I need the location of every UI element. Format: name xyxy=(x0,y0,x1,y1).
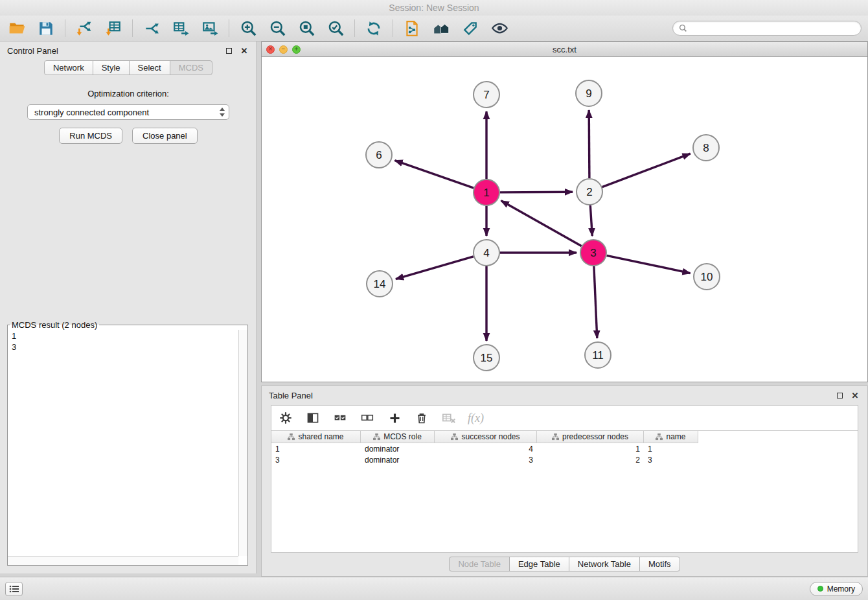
tab-network-table[interactable]: Network Table xyxy=(569,557,640,571)
result-vertical-scrollbar[interactable] xyxy=(238,330,247,556)
table-settings-button[interactable] xyxy=(277,410,294,426)
tab-style[interactable]: Style xyxy=(93,60,130,75)
result-horizontal-scrollbar[interactable] xyxy=(8,556,238,565)
graph-node-11[interactable]: 11 xyxy=(585,342,611,368)
table-cell[interactable]: 1 xyxy=(271,444,361,454)
table-cell[interactable]: dominator xyxy=(361,456,435,465)
mcds-result-inner: 13 xyxy=(8,330,247,565)
task-history-button[interactable] xyxy=(5,582,23,596)
zoom-selected-button[interactable] xyxy=(325,18,346,39)
mcds-result-line: 1 xyxy=(12,330,234,341)
split-view-button[interactable] xyxy=(304,410,321,426)
graph-edge-1-2[interactable] xyxy=(500,192,573,192)
select-all-button[interactable] xyxy=(332,410,348,426)
run-mcds-button[interactable]: Run MCDS xyxy=(59,128,122,144)
add-column-button[interactable] xyxy=(386,410,403,426)
export-image-button[interactable] xyxy=(200,18,220,39)
export-network-icon xyxy=(143,20,160,37)
node-table-container: f(x) shared nameMCDS rolesuccessor nodes… xyxy=(271,405,858,553)
network-canvas[interactable]: 7968124314101511 xyxy=(262,57,867,382)
column-header-shared-name[interactable]: shared name xyxy=(271,431,361,443)
close-panel-button[interactable]: ✕ xyxy=(239,45,249,56)
table-cell[interactable]: 1 xyxy=(537,444,644,454)
main-toolbar xyxy=(0,16,868,41)
table-cell[interactable]: 3 xyxy=(435,456,537,465)
close-icon: ✕ xyxy=(852,391,859,400)
graph-edge-3-10[interactable] xyxy=(607,255,691,273)
tab-node-table[interactable]: Node Table xyxy=(449,557,510,571)
import-table-button[interactable] xyxy=(103,18,124,39)
tab-select[interactable]: Select xyxy=(129,60,170,75)
table-float-button[interactable] xyxy=(834,390,845,400)
export-table-button[interactable] xyxy=(170,18,191,39)
graph-node-9[interactable]: 9 xyxy=(576,80,602,106)
first-neighbors-button[interactable] xyxy=(431,18,451,39)
graph-edge-3-1[interactable] xyxy=(501,201,582,246)
graph-edge-4-14[interactable] xyxy=(396,257,474,279)
column-header-label: MCDS role xyxy=(383,432,422,441)
column-header-label: successor nodes xyxy=(461,432,520,441)
graph-node-2[interactable]: 2 xyxy=(577,179,602,205)
control-panel-tabs: NetworkStyleSelectMCDS xyxy=(0,60,257,75)
table-body: 1dominator4113dominator323 xyxy=(271,443,858,465)
column-header-name[interactable]: name xyxy=(644,431,698,443)
mcds-result-list[interactable]: 13 xyxy=(8,330,238,556)
copy-network-button[interactable] xyxy=(402,18,422,39)
open-session-button[interactable] xyxy=(6,18,27,39)
table-cell[interactable]: dominator xyxy=(361,444,435,454)
window-title: Session: New Session xyxy=(0,0,868,16)
close-panel-button-2[interactable]: Close panel xyxy=(132,128,198,144)
table-cell[interactable]: 4 xyxy=(435,444,537,454)
table-cell[interactable]: 3 xyxy=(644,456,698,465)
graph-edge-2-8[interactable] xyxy=(602,154,691,187)
graph-node-14[interactable]: 14 xyxy=(367,271,393,297)
graph-node-4[interactable]: 4 xyxy=(474,240,499,266)
graph-edge-2-3[interactable] xyxy=(590,205,592,236)
dropdown-value: strongly connected component xyxy=(34,108,219,117)
table-row[interactable]: 1dominator411 xyxy=(271,443,858,454)
mcds-result-title: MCDS result (2 nodes) xyxy=(10,320,99,330)
zoom-in-button[interactable] xyxy=(238,18,258,39)
graph-node-10[interactable]: 10 xyxy=(694,264,720,290)
toolbar-separator xyxy=(393,19,393,37)
graph-node-6[interactable]: 6 xyxy=(366,142,392,168)
tab-mcds[interactable]: MCDS xyxy=(170,60,212,75)
import-network-button[interactable] xyxy=(74,18,95,39)
memory-button[interactable]: Memory xyxy=(810,582,863,596)
graph-node-8[interactable]: 8 xyxy=(693,135,719,161)
float-panel-button[interactable] xyxy=(223,45,234,56)
table-close-button[interactable]: ✕ xyxy=(850,390,860,400)
deselect-all-button[interactable] xyxy=(359,410,376,426)
tab-edge-table[interactable]: Edge Table xyxy=(509,557,569,571)
graph-node-7[interactable]: 7 xyxy=(474,82,499,108)
column-header-MCDS-role[interactable]: MCDS role xyxy=(361,431,435,443)
zoom-out-button[interactable] xyxy=(267,18,288,39)
refresh-layout-button[interactable] xyxy=(363,18,384,39)
optimization-dropdown[interactable]: strongly connected component xyxy=(27,104,229,120)
graph-edge-3-11[interactable] xyxy=(594,266,597,338)
zoom-fit-button[interactable] xyxy=(296,18,317,39)
tab-network[interactable]: Network xyxy=(44,60,93,75)
graph-edge-2-9[interactable] xyxy=(589,110,589,178)
tab-motifs[interactable]: Motifs xyxy=(639,557,680,571)
column-header-successor-nodes[interactable]: successor nodes xyxy=(435,431,537,443)
save-session-button[interactable] xyxy=(36,18,56,39)
column-sort-icon xyxy=(288,433,295,441)
delete-column-button[interactable] xyxy=(413,410,430,426)
show-hide-button[interactable] xyxy=(489,18,510,39)
title-bar: Session: New Session xyxy=(0,0,868,16)
graph-node-3[interactable]: 3 xyxy=(580,240,606,266)
graph-node-15[interactable]: 15 xyxy=(474,345,499,371)
annotations-button[interactable] xyxy=(460,18,481,39)
search-input[interactable] xyxy=(691,23,855,33)
graph-edge-1-6[interactable] xyxy=(395,161,474,189)
table-cell[interactable]: 1 xyxy=(644,444,698,454)
export-network-button[interactable] xyxy=(141,18,162,39)
mcds-buttons: Run MCDS Close panel xyxy=(0,128,257,144)
graph-node-1[interactable]: 1 xyxy=(474,179,499,205)
table-row[interactable]: 3dominator323 xyxy=(271,454,858,465)
table-cell[interactable]: 2 xyxy=(537,456,644,465)
column-header-predecessor-nodes[interactable]: predecessor nodes xyxy=(537,431,644,443)
float-icon xyxy=(226,48,232,54)
table-cell[interactable]: 3 xyxy=(271,456,361,465)
